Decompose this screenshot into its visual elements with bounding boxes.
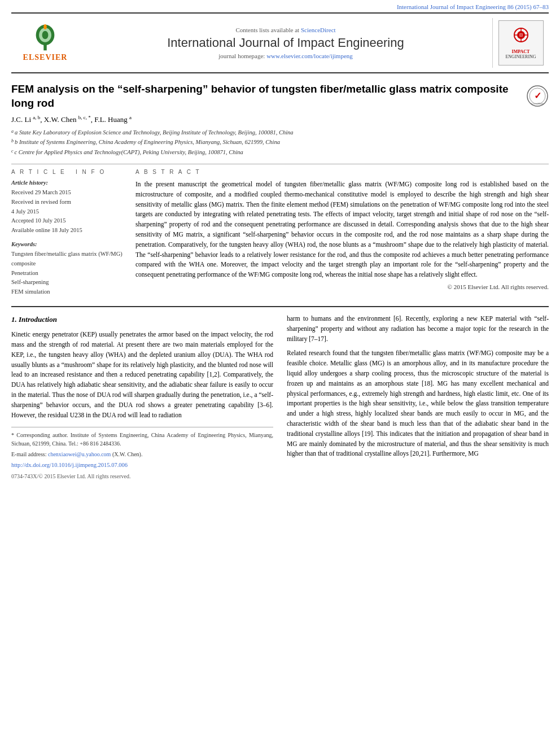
info-abstract-columns: A R T I C L E I N F O Article history: R… [11, 169, 549, 297]
journal-title-area: Contents lists available at ScienceDirec… [79, 18, 492, 68]
affil-a-sup: a [11, 128, 14, 135]
intro-para-2: harm to humans and the environment [6]. … [287, 314, 549, 344]
crossmark-icon[interactable]: ✓ CrossMark [526, 85, 549, 107]
journal-logo-icon [507, 27, 535, 49]
svg-text:CrossMark: CrossMark [531, 102, 544, 105]
logo-engineering-text: ENGINEERING [505, 54, 536, 59]
journal-title: International Journal of Impact Engineer… [167, 36, 404, 50]
intro-para-1: Kinetic energy penetrator (KEP) usually … [11, 330, 273, 420]
article-info-heading: A R T I C L E I N F O [11, 169, 124, 175]
body-columns: 1. Introduction Kinetic energy penetrato… [11, 314, 549, 480]
keyword-2: Penetration [11, 269, 124, 278]
history-label: Article history: [11, 180, 124, 186]
affil-c-text: c Centre for Applied Physics and Technol… [15, 148, 243, 157]
author-xwchen: X.W. Chen [44, 116, 77, 124]
keyword-4: FEM simulation [11, 287, 124, 297]
article-info-col: A R T I C L E I N F O Article history: R… [11, 169, 124, 297]
body-col-2: harm to humans and the environment [6]. … [287, 314, 549, 480]
email-label: E-mail address: [11, 451, 46, 457]
affil-c-sup: c [11, 148, 14, 155]
abstract-heading: A B S T R A C T [135, 169, 549, 175]
paper-title: FEM analysis on the “self-sharpening” be… [11, 82, 517, 110]
homepage-link[interactable]: www.elsevier.com/locate/ijimpeng [266, 53, 353, 59]
affil-a: a a State Key Laboratory of Explosion Sc… [11, 128, 549, 137]
author-jcli: J.C. Li [11, 116, 31, 124]
svg-text:✓: ✓ [534, 91, 541, 101]
elsevier-brand-text: ELSEVIER [23, 53, 68, 62]
journal-logo-box: IMPACT ENGINEERING [498, 20, 544, 65]
author-flhuang-sup: a [129, 115, 132, 120]
keyword-1: Tungsten fiber/metallic glass matrix (WF… [11, 250, 124, 269]
keywords-label: Keywords: [11, 241, 124, 247]
author-flhuang: F.L. Huang [94, 116, 128, 124]
sciencedirect-line: Contents lists available at ScienceDirec… [235, 27, 335, 33]
svg-point-3 [42, 31, 49, 40]
logo-impact-text: IMPACT [512, 49, 530, 54]
contents-label: Contents lists available at [235, 27, 299, 33]
svg-point-4 [43, 24, 46, 29]
article-dates: Received 29 March 2015 Received in revis… [11, 188, 124, 235]
paper-content: FEM analysis on the “self-sharpening” be… [11, 73, 549, 480]
journal-homepage: journal homepage: www.elsevier.com/locat… [218, 53, 353, 59]
sciencedirect-link[interactable]: ScienceDirect [301, 27, 336, 33]
received-revised-label: Received in revised form [11, 198, 124, 207]
intro-para-3: Related research found that the tungsten… [287, 348, 549, 459]
affil-a-text: a State Key Laboratory of Explosion Scie… [15, 128, 294, 137]
email-link[interactable]: chenxiaowei@u.yahoo.com [48, 451, 111, 457]
accepted-date: Accepted 10 July 2015 [11, 216, 124, 226]
doi-line: http://dx.doi.org/10.1016/j.ijimpeng.201… [11, 461, 273, 470]
footnote-section: * Corresponding author. Institute of Sys… [11, 427, 273, 480]
author-xwchen-sup: b, c, * [78, 115, 91, 120]
copyright-line: © 2015 Elsevier Ltd. All rights reserved… [135, 283, 549, 290]
elsevier-tree-icon [28, 24, 62, 52]
authors-line: J.C. Li a, b, X.W. Chen b, c, *, F.L. Hu… [11, 115, 549, 124]
header-divider [11, 164, 549, 164]
body-col-1: 1. Introduction Kinetic energy penetrato… [11, 314, 273, 480]
corresponding-note: * Corresponding author. Institute of Sys… [11, 431, 273, 448]
email-line: E-mail address: chenxiaowei@u.yahoo.com … [11, 450, 273, 458]
affil-b-text: b Institute of Systems Engineering, Chin… [15, 138, 280, 147]
elsevier-logo-area: ELSEVIER [11, 18, 79, 68]
keywords-list: Tungsten fiber/metallic glass matrix (WF… [11, 250, 124, 297]
received-date: Received 29 March 2015 [11, 188, 124, 198]
affiliations: a a State Key Laboratory of Explosion Sc… [11, 128, 549, 157]
abstract-col: A B S T R A C T In the present manuscrip… [135, 169, 549, 297]
doi-link[interactable]: http://dx.doi.org/10.1016/j.ijimpeng.201… [11, 462, 128, 468]
email-name: (X.W. Chen). [112, 451, 143, 457]
author-jcli-sup: a, b [33, 115, 40, 120]
journal-reference: International Journal of Impact Engineer… [0, 0, 560, 12]
issn-line: 0734-743X/© 2015 Elsevier Ltd. All right… [11, 472, 273, 480]
elsevier-logo: ELSEVIER [23, 24, 68, 62]
body-content: 1. Introduction Kinetic energy penetrato… [11, 306, 549, 480]
abstract-text: In the present manuscript the geometrica… [135, 180, 549, 280]
affil-b-sup: b [11, 138, 14, 145]
affil-c: c c Centre for Applied Physics and Techn… [11, 148, 549, 157]
section1-title: 1. Introduction [11, 314, 273, 325]
journal-logo-box-area: IMPACT ENGINEERING [492, 18, 549, 68]
affil-b: b b Institute of Systems Engineering, Ch… [11, 138, 549, 147]
available-date: Available online 18 July 2015 [11, 226, 124, 235]
keyword-3: Self-sharpening [11, 278, 124, 287]
homepage-label: journal homepage: [218, 53, 265, 59]
journal-header: ELSEVIER Contents lists available at Sci… [11, 12, 549, 73]
revised-date: 4 July 2015 [11, 207, 124, 217]
paper-title-section: FEM analysis on the “self-sharpening” be… [11, 82, 549, 110]
